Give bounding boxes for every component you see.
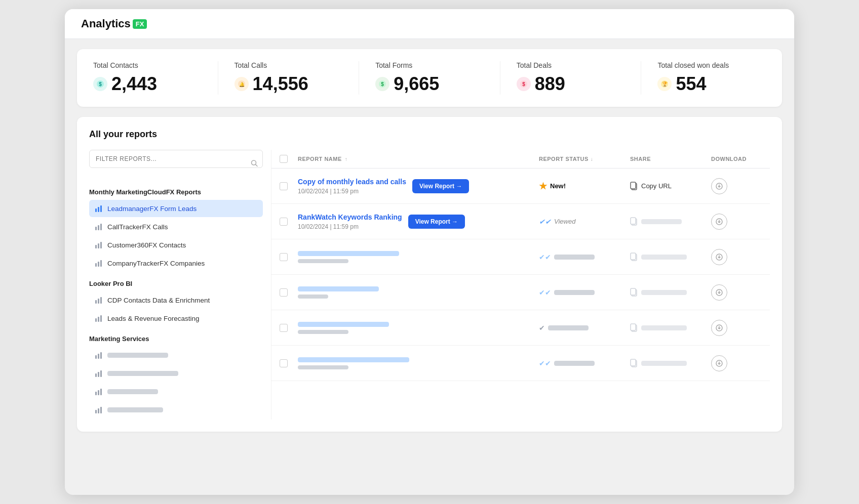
copy-icon-2 xyxy=(630,217,638,226)
row-3-download-button[interactable] xyxy=(711,249,727,265)
row-4-name-cell xyxy=(298,286,539,299)
bar-chart-icon-cdp xyxy=(94,296,103,305)
stat-total-contacts: Total Contacts $ 2,443 xyxy=(93,61,218,95)
svg-rect-41 xyxy=(100,407,102,413)
stat-total-closed-won: Total closed won deals 🏆 554 xyxy=(657,61,766,95)
row-1-name-row: Copy of monthly leads and calls 10/02/20… xyxy=(298,177,539,195)
copy-icon-5 xyxy=(630,323,638,332)
row-3-share-placeholder xyxy=(630,253,711,262)
reports-section: All your reports Monthly MarketingCloudF… xyxy=(77,117,782,432)
row-5-download-button[interactable] xyxy=(711,320,727,336)
row-6-name-placeholder xyxy=(298,357,539,369)
row-2-checkbox[interactable] xyxy=(280,218,288,226)
row-5-name-cell xyxy=(298,322,539,334)
sidebar-item-ms1[interactable] xyxy=(89,347,263,364)
row-2-download-button[interactable] xyxy=(711,214,727,230)
row-4-download-button[interactable] xyxy=(711,284,727,301)
th-checkbox xyxy=(280,155,298,163)
row-2-share-placeholder xyxy=(641,219,682,224)
svg-rect-14 xyxy=(100,205,102,212)
sidebar-label-leads-revenue: Leads & Revenue Forecasting xyxy=(107,315,200,322)
row-1-download-cell xyxy=(711,178,762,194)
row-5-download-cell xyxy=(711,320,762,336)
row-6-download-cell xyxy=(711,355,762,371)
sidebar-item-companytracker[interactable]: CompanyTrackerFX Companies xyxy=(89,255,263,272)
row-1-report-link[interactable]: Copy of monthly leads and calls xyxy=(298,178,406,186)
check-icon-row6: ✔✔ xyxy=(539,359,551,367)
sidebar-item-ms4[interactable] xyxy=(89,401,263,418)
row-1-copy-url-label: Copy URL xyxy=(641,182,672,190)
logo-badge: FX xyxy=(133,19,147,29)
download-icon-4 xyxy=(716,289,723,296)
sidebar-item-ms3[interactable] xyxy=(89,383,263,400)
row-3-name-cell xyxy=(298,251,539,263)
header-checkbox[interactable] xyxy=(280,155,288,163)
search-input[interactable] xyxy=(89,150,263,168)
stat-value-row-calls: 🔔 14,556 xyxy=(235,73,343,95)
row-2-view-report-button[interactable]: View Report → xyxy=(408,215,465,229)
row-6-checkbox[interactable] xyxy=(280,359,288,367)
row-4-share-placeholder xyxy=(630,288,711,297)
svg-rect-25 xyxy=(98,299,99,304)
stat-icon-calls: 🔔 xyxy=(235,77,249,91)
th-share: SHARE xyxy=(630,156,711,162)
sidebar-label-cdp: CDP Contacts Data & Enrichment xyxy=(107,297,210,304)
row-3-download-cell xyxy=(711,249,762,265)
row-1-share-cell: Copy URL xyxy=(630,182,711,191)
row-5-name-ph-1 xyxy=(298,322,389,327)
row-4-checkbox[interactable] xyxy=(280,288,288,297)
sort-arrow-status[interactable]: ↓ xyxy=(591,156,594,162)
row-3-share-cell xyxy=(630,253,711,262)
sidebar-item-cdp[interactable]: CDP Contacts Data & Enrichment xyxy=(89,291,263,309)
stat-total-deals: Total Deals $ 889 xyxy=(517,61,642,95)
stat-value-row-closed-won: 🏆 554 xyxy=(657,73,766,95)
row-6-download-button[interactable] xyxy=(711,355,727,371)
stat-total-calls: Total Calls 🔔 14,556 xyxy=(235,61,360,95)
row-4-name-ph-2 xyxy=(298,295,328,299)
svg-rect-39 xyxy=(95,410,97,413)
bar-chart-icon-leadmanager xyxy=(94,204,103,213)
svg-rect-40 xyxy=(98,408,99,413)
copy-icon-6 xyxy=(630,359,638,368)
sidebar-item-leadmanager[interactable]: LeadmanagerFX Form Leads xyxy=(89,200,263,217)
svg-rect-28 xyxy=(98,317,99,322)
svg-text:$: $ xyxy=(99,81,102,87)
svg-rect-33 xyxy=(95,373,97,377)
double-check-icon: ✔✔ xyxy=(539,218,551,226)
svg-rect-49 xyxy=(631,253,636,260)
row-6-share-ph xyxy=(641,361,687,366)
bar-chart-icon-ms4 xyxy=(94,405,103,414)
svg-rect-43 xyxy=(631,182,636,189)
star-icon: ★ xyxy=(539,181,547,192)
row-1-status-cell: ★ New! xyxy=(539,181,630,192)
row-1-copy-url-button[interactable]: Copy URL xyxy=(630,182,672,191)
row-5-checkbox[interactable] xyxy=(280,324,288,332)
row-2-report-link[interactable]: RankWatch Keywords Ranking xyxy=(298,213,402,221)
stat-icon-closed-won: 🏆 xyxy=(657,77,672,91)
row-2-copy-button[interactable] xyxy=(630,217,682,226)
stat-number-calls: 14,556 xyxy=(253,73,308,95)
sidebar-item-calltracker[interactable]: CallTrackerFX Calls xyxy=(89,218,263,235)
table-row-6: ✔✔ xyxy=(271,346,770,381)
row-2-name-cell: RankWatch Keywords Ranking 10/02/2024 | … xyxy=(298,213,539,230)
svg-rect-12 xyxy=(95,208,97,212)
svg-text:🔔: 🔔 xyxy=(239,81,245,88)
row-1-download-button[interactable] xyxy=(711,178,727,194)
row-1-view-report-button[interactable]: View Report → xyxy=(412,179,469,193)
bar-chart-icon-ms3 xyxy=(94,387,103,396)
download-icon xyxy=(716,183,723,190)
svg-text:$: $ xyxy=(381,81,384,87)
sidebar-item-ms2[interactable] xyxy=(89,365,263,382)
svg-rect-34 xyxy=(98,372,99,377)
bar-chart-icon-leads-revenue xyxy=(94,314,103,323)
sidebar-placeholder-ms4 xyxy=(107,407,163,412)
sort-arrow-name[interactable]: ↑ xyxy=(345,156,348,162)
sidebar-item-leads-revenue[interactable]: Leads & Revenue Forecasting xyxy=(89,310,263,327)
row-1-name-cell: Copy of monthly leads and calls 10/02/20… xyxy=(298,177,539,195)
stat-value-row-forms: $ 9,665 xyxy=(375,73,484,95)
row-3-checkbox[interactable] xyxy=(280,253,288,261)
stat-value-row-contacts: $ 2,443 xyxy=(93,73,202,95)
row-1-checkbox[interactable] xyxy=(280,182,288,190)
sidebar-item-customer360[interactable]: Customer360FX Contacts xyxy=(89,236,263,254)
row-5-share-placeholder xyxy=(630,323,711,332)
